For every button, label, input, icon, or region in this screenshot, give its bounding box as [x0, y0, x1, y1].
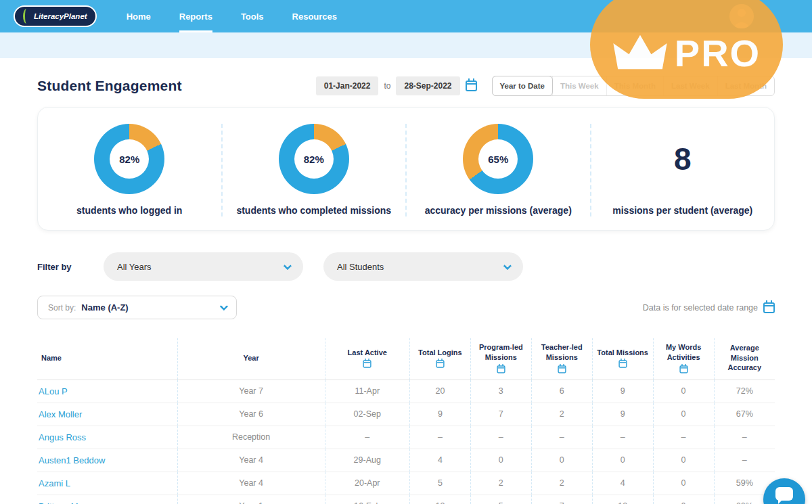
- pro-label: PRO: [675, 35, 761, 72]
- student-name-link[interactable]: Azami L: [39, 478, 70, 488]
- year-cell: Reception: [177, 426, 325, 449]
- tab-this-week[interactable]: This Week: [552, 76, 606, 95]
- pro-watermark: PRO: [590, 0, 783, 99]
- student-name-link[interactable]: Austen1 Beddow: [39, 455, 105, 465]
- column-header-program-led: Program-led Missions: [470, 338, 531, 380]
- student-name-link[interactable]: Brittney Maree: [39, 501, 96, 504]
- stat-label: students who completed missions: [236, 204, 391, 216]
- student-filter-dropdown[interactable]: All Students: [323, 252, 523, 281]
- calendar-icon[interactable]: [436, 361, 444, 369]
- total-logins-cell: –: [409, 426, 470, 449]
- program-led-cell: –: [470, 426, 531, 449]
- student-table: Name Year Last Active Total Logins Progr…: [37, 338, 775, 504]
- avg-accuracy-cell: 72%: [714, 380, 775, 403]
- table-row: Azami L Year 4 20-Apr 5 2 2 4 0 59%: [37, 472, 775, 495]
- calendar-icon[interactable]: [763, 302, 775, 313]
- column-header-last-active: Last Active: [325, 338, 409, 380]
- stat-missions-per-student: 8 missions per student (average): [591, 124, 775, 216]
- chat-icon: [775, 487, 793, 501]
- last-active-cell: –: [325, 426, 409, 449]
- student-name-cell: Brittney Maree: [37, 495, 177, 504]
- my-words-cell: –: [653, 426, 714, 449]
- teacher-led-cell: 7: [531, 495, 592, 504]
- calendar-icon[interactable]: [466, 81, 477, 91]
- total-missions-cell: 9: [592, 403, 653, 426]
- donut-chart-completed-missions: 82%: [279, 124, 349, 194]
- date-from-input[interactable]: 01-Jan-2022: [316, 76, 379, 95]
- calendar-icon[interactable]: [558, 365, 566, 373]
- literacyplanet-logo[interactable]: LiteracyPlanet: [14, 5, 97, 27]
- my-words-cell: 0: [653, 380, 714, 403]
- last-active-cell: 02-Sep: [325, 403, 409, 426]
- total-missions-cell: 0: [592, 449, 653, 472]
- calendar-icon[interactable]: [679, 365, 687, 373]
- year-cell: Year 1: [177, 495, 325, 504]
- calendar-icon[interactable]: [363, 361, 371, 369]
- donut-value: 65%: [488, 154, 508, 165]
- last-active-cell: 20-Apr: [325, 472, 409, 495]
- student-name-cell: Alex Moller: [37, 403, 177, 426]
- tab-year-to-date[interactable]: Year to Date: [492, 76, 553, 96]
- student-name-cell: Azami L: [37, 472, 177, 495]
- program-led-cell: 2: [470, 472, 531, 495]
- date-to-input[interactable]: 28-Sep-2022: [396, 76, 459, 95]
- avg-accuracy-cell: –: [714, 449, 775, 472]
- my-words-cell: 0: [653, 403, 714, 426]
- stat-completed-missions: 82% students who completed missions: [223, 124, 407, 216]
- table-row: ALou P Year 7 11-Apr 20 3 6 9 0 72%: [37, 380, 775, 403]
- crown-icon: [612, 34, 668, 73]
- total-missions-cell: 12: [592, 495, 653, 504]
- sort-value: Name (A-Z): [81, 302, 128, 313]
- table-header-row: Name Year Last Active Total Logins Progr…: [37, 338, 775, 380]
- sort-dropdown[interactable]: Sort by: Name (A-Z): [37, 296, 237, 319]
- student-name-link[interactable]: Alex Moller: [39, 409, 82, 419]
- filter-by-label: Filter by: [37, 262, 104, 272]
- table-row: Alex Moller Year 6 02-Sep 9 7 2 9 0 67%: [37, 403, 775, 426]
- date-note: Data is for selected date range: [643, 302, 775, 313]
- page-title: Student Engagement: [37, 78, 182, 94]
- nav-reports[interactable]: Reports: [179, 0, 212, 32]
- year-filter-value: All Years: [117, 262, 152, 272]
- student-name-cell: Angus Ross: [37, 426, 177, 449]
- teacher-led-cell: 6: [531, 380, 592, 403]
- big-number-value: 8: [674, 141, 692, 177]
- last-active-cell: 16-Feb: [325, 495, 409, 504]
- student-name-link[interactable]: Angus Ross: [39, 432, 86, 442]
- stats-card: 82% students who logged in 82% students …: [37, 107, 775, 231]
- last-active-cell: 29-Aug: [325, 449, 409, 472]
- stat-logged-in: 82% students who logged in: [38, 124, 223, 216]
- program-led-cell: 0: [470, 449, 531, 472]
- to-label: to: [384, 81, 390, 91]
- main-nav: Home Reports Tools Resources: [127, 0, 337, 32]
- main-content: Student Engagement 01-Jan-2022 to 28-Sep…: [0, 76, 812, 504]
- total-missions-cell: –: [592, 426, 653, 449]
- year-filter-dropdown[interactable]: All Years: [104, 252, 303, 281]
- filter-row: Filter by All Years All Students: [37, 252, 775, 281]
- sort-row: Sort by: Name (A-Z) Data is for selected…: [37, 296, 775, 319]
- program-led-cell: 5: [470, 495, 531, 504]
- date-note-text: Data is for selected date range: [643, 303, 758, 313]
- nav-tools[interactable]: Tools: [241, 0, 264, 32]
- column-header-name: Name: [37, 338, 177, 380]
- calendar-icon[interactable]: [497, 365, 505, 373]
- teacher-led-cell: –: [531, 426, 592, 449]
- logo-leaf-icon: [23, 9, 30, 24]
- total-logins-cell: 9: [409, 403, 470, 426]
- nav-resources[interactable]: Resources: [292, 0, 337, 32]
- total-logins-cell: 5: [409, 472, 470, 495]
- total-missions-cell: 4: [592, 472, 653, 495]
- column-header-avg-accuracy: Average Mission Accuracy: [714, 338, 775, 380]
- donut-chart-logged-in: 82%: [94, 124, 164, 194]
- donut-value: 82%: [119, 154, 139, 165]
- my-words-cell: 0: [653, 449, 714, 472]
- year-cell: Year 6: [177, 403, 325, 426]
- calendar-icon[interactable]: [618, 361, 627, 369]
- student-name-cell: Austen1 Beddow: [37, 449, 177, 472]
- nav-home[interactable]: Home: [127, 0, 151, 32]
- chevron-down-icon: [284, 261, 292, 270]
- column-header-total-missions: Total Missions: [592, 338, 653, 380]
- chevron-down-icon: [220, 302, 229, 311]
- my-words-cell: 0: [653, 495, 714, 504]
- student-name-link[interactable]: ALou P: [39, 386, 68, 396]
- avg-accuracy-cell: 67%: [714, 403, 775, 426]
